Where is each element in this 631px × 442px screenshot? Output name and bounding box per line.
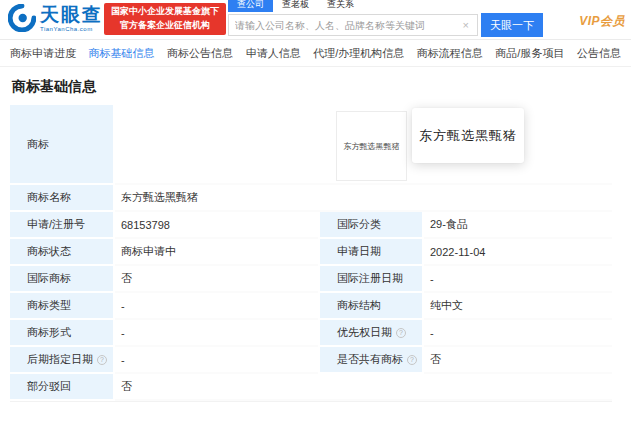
section-title: 商标基础信息 <box>12 78 631 96</box>
table-row: 商标状态 ? 商标申请中 申请日期 ? 2022-11-04 <box>10 239 612 266</box>
row-value: 否 <box>115 266 318 293</box>
brand-name: 天眼查 <box>40 5 103 24</box>
row-label: 申请日期 ? <box>318 239 424 266</box>
trademark-row: 商标 东方甄选黑甄猪 东方甄选黑甄猪 <box>10 105 612 185</box>
nav-tab[interactable]: 商标流程信息 <box>417 46 483 61</box>
row-label: 商标结构 ? <box>318 293 424 320</box>
row-value: 纯中文 <box>424 293 612 320</box>
row-value: 2022-11-04 <box>424 239 612 266</box>
trademark-image[interactable]: 东方甄选黑甄猪 <box>336 111 407 181</box>
official-badge: 国家中小企业发展基金旗下 官方备案企业征信机构 <box>104 3 226 35</box>
vip-link[interactable]: VIP会员 <box>579 13 625 30</box>
search-area: 查公司 查老板 查关系 × 天眼一下 <box>228 0 543 37</box>
search-tab[interactable]: 查关系 <box>318 0 363 12</box>
help-icon[interactable]: ? <box>407 355 417 365</box>
nav-tab[interactable]: 代理/办理机构信息 <box>313 46 404 61</box>
trademark-value-cell: 东方甄选黑甄猪 东方甄选黑甄猪 <box>115 105 612 185</box>
row-value: - <box>424 320 612 347</box>
search-button[interactable]: 天眼一下 <box>481 13 543 37</box>
search-tab[interactable]: 查公司 <box>228 0 273 12</box>
search-tab-label: 查关系 <box>327 0 354 9</box>
row-label: 国际分类 ? <box>318 212 424 239</box>
row-label: 优先权日期 ? <box>318 320 424 347</box>
row-label: 商标形式 ? <box>10 320 115 347</box>
badge-line2: 官方备案企业征信机构 <box>107 19 223 33</box>
table-row: 商标形式 ? - 优先权日期 ? - <box>10 320 612 347</box>
nav-tab-label: 代理/办理机构信息 <box>313 47 404 59</box>
nav-tab[interactable]: 商标公告信息 <box>167 46 233 61</box>
row-label: 是否共有商标 ? <box>318 347 424 374</box>
nav-tab-label: 商标基础信息 <box>89 47 155 59</box>
info-table-rows: 商标名称 东方甄选黑甄猪 申请/注册号 ? 68153798 国际分类 ? 29… <box>10 185 612 401</box>
nav-tab-label: 公告信息 <box>577 47 621 59</box>
table-row: 后期指定日期 ? - 是否共有商标 ? 否 <box>10 347 612 374</box>
info-table: 商标 东方甄选黑甄猪 东方甄选黑甄猪 商标名称 东方甄选黑甄猪 申请/注册号 ?… <box>10 105 612 402</box>
row-value: - <box>424 266 612 293</box>
row-value: 29-食品 <box>424 212 612 239</box>
trademark-image-preview: 东方甄选黑甄猪 <box>412 108 524 163</box>
nav-tab[interactable]: 公告信息 <box>577 46 621 61</box>
row-label: 国际商标 ? <box>10 266 115 293</box>
search-tab-label: 查老板 <box>282 0 309 9</box>
row-value: 否 <box>115 374 612 401</box>
search-tabs: 查公司 查老板 查关系 <box>228 0 543 12</box>
table-row: 商标名称 东方甄选黑甄猪 <box>10 185 612 212</box>
row-value: 否 <box>424 347 612 374</box>
row-label: 商标类型 ? <box>10 293 115 320</box>
nav-tab[interactable]: 商品/服务项目 <box>495 46 564 61</box>
row-value: - <box>115 347 318 374</box>
table-row: 国际商标 ? 否 国际注册日期 ? - <box>10 266 612 293</box>
row-value: - <box>115 293 318 320</box>
table-row: 申请/注册号 ? 68153798 国际分类 ? 29-食品 <box>10 212 612 239</box>
clear-icon[interactable]: × <box>461 19 471 31</box>
tianyancha-logo[interactable]: 天眼查 TianYanCha.com <box>8 4 103 32</box>
search-tab[interactable]: 查老板 <box>273 0 318 12</box>
row-value: 东方甄选黑甄猪 <box>115 185 612 212</box>
row-label: 商标状态 ? <box>10 239 115 266</box>
search-input[interactable] <box>235 20 461 31</box>
row-label: 部分驳回 <box>10 374 115 401</box>
trademark-image-text: 东方甄选黑甄猪 <box>344 141 400 152</box>
page: 天眼查 TianYanCha.com 国家中小企业发展基金旗下 官方备案企业征信… <box>0 0 631 442</box>
brand-domain: TianYanCha.com <box>40 26 103 32</box>
row-label: 申请/注册号 ? <box>10 212 115 239</box>
nav-tab[interactable]: 商标申请进度 <box>10 46 76 61</box>
row-label: 商标名称 <box>10 185 115 212</box>
search-box: × <box>228 14 478 36</box>
row-value: - <box>115 320 318 347</box>
help-icon[interactable]: ? <box>97 355 107 365</box>
tianyancha-logo-icon <box>8 4 36 32</box>
search-tab-label: 查公司 <box>237 0 264 9</box>
help-icon[interactable]: ? <box>396 328 406 338</box>
table-row: 商标类型 ? - 商标结构 ? 纯中文 <box>10 293 612 320</box>
trademark-preview-text: 东方甄选黑甄猪 <box>419 127 517 145</box>
detail-tabs: 商标申请进度 商标基础信息 商标公告信息 申请人信息 代理/办理机构信息 商标流… <box>0 40 631 67</box>
nav-tab[interactable]: 商标基础信息 <box>89 46 155 61</box>
nav-tab-label: 商标申请进度 <box>10 47 76 59</box>
header: 天眼查 TianYanCha.com 国家中小企业发展基金旗下 官方备案企业征信… <box>0 0 631 40</box>
row-label: 后期指定日期 ? <box>10 347 115 374</box>
table-row: 部分驳回 否 <box>10 374 612 401</box>
nav-tab-label: 申请人信息 <box>246 47 301 59</box>
row-label: 国际注册日期 ? <box>318 266 424 293</box>
row-value: 68153798 <box>115 212 318 239</box>
nav-tab[interactable]: 申请人信息 <box>246 46 301 61</box>
badge-line1: 国家中小企业发展基金旗下 <box>107 5 223 19</box>
row-value: 商标申请中 <box>115 239 318 266</box>
nav-tab-label: 商标公告信息 <box>167 47 233 59</box>
nav-tab-label: 商品/服务项目 <box>495 47 564 59</box>
trademark-label: 商标 <box>10 105 115 185</box>
nav-tab-label: 商标流程信息 <box>417 47 483 59</box>
